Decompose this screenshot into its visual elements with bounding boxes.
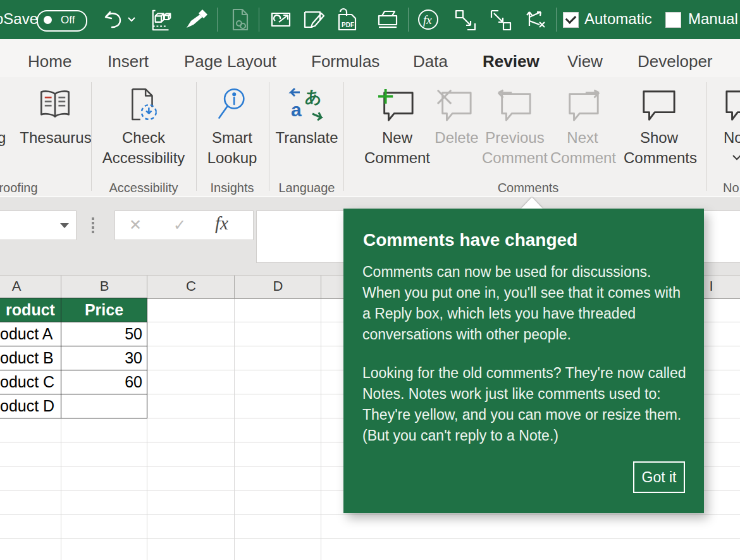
column-header-separator <box>234 276 235 298</box>
tab-formulas[interactable]: Formulas <box>311 52 379 71</box>
notes-icon[interactable] <box>724 88 740 125</box>
trace-dependents-icon[interactable] <box>489 8 513 32</box>
column-header-separator <box>61 276 61 298</box>
column-header-separator <box>147 276 147 298</box>
cell-b2[interactable]: 50 <box>61 322 147 346</box>
cell-a1[interactable]: roduct <box>0 298 61 322</box>
show-comments-button[interactable]: Show <box>634 129 684 147</box>
next-comment-icon <box>565 88 601 125</box>
3d-cubes-icon[interactable] <box>151 8 175 32</box>
new-comment-icon[interactable] <box>378 88 415 125</box>
cell-b3[interactable]: 30 <box>61 346 147 370</box>
column-header-b[interactable]: B <box>61 278 147 295</box>
notes-button[interactable]: No <box>724 129 740 147</box>
check-accessibility-icon[interactable] <box>127 87 159 124</box>
note-edit-icon[interactable] <box>302 8 326 31</box>
tab-home[interactable]: Home <box>28 52 71 71</box>
ribbon: g Thesaurus roofing Check Accessibility … <box>0 77 740 197</box>
column-header-c[interactable]: C <box>147 278 235 295</box>
cell-b4[interactable]: 60 <box>61 370 147 394</box>
thesaurus-button[interactable]: Thesaurus <box>11 129 100 147</box>
tab-review[interactable]: Review <box>483 52 540 71</box>
excel-window: oSave Off <box>0 0 740 560</box>
printer-icon[interactable] <box>376 8 400 32</box>
cell-a2[interactable]: oduct A <box>0 322 61 346</box>
cell-a4[interactable]: oduct C <box>0 370 61 394</box>
got-it-button[interactable]: Got it <box>633 461 685 493</box>
group-label-insights: Insights <box>197 181 267 195</box>
thesaurus-book-icon[interactable] <box>39 87 71 124</box>
tab-data[interactable]: Data <box>413 52 448 71</box>
tab-insert[interactable]: Insert <box>108 52 149 71</box>
translate-button[interactable]: Translate <box>268 129 345 147</box>
group-label-accessibility: Accessibility <box>93 181 194 195</box>
autosave-toggle[interactable]: Off <box>37 10 87 32</box>
group-separator <box>343 82 344 191</box>
cancel-icon[interactable]: ✕ <box>129 216 142 234</box>
group-separator <box>706 82 707 191</box>
formula-bar-drag-handle[interactable] <box>92 217 94 235</box>
tab-developer[interactable]: Developer <box>638 52 713 71</box>
format-painter-icon[interactable] <box>185 8 210 32</box>
cell-b5[interactable] <box>61 394 147 418</box>
autosave-state-label: Off <box>61 14 75 27</box>
ribbon-tab-row: Home Insert Page Layout Formulas Data Re… <box>0 39 740 77</box>
autosave-label: oSave <box>0 10 38 28</box>
name-box-dropdown-icon[interactable] <box>60 223 69 228</box>
calc-automatic-checkbox[interactable] <box>563 12 579 28</box>
show-comments-button-line2[interactable]: Comments <box>624 149 697 167</box>
callout-paragraph-1: Comments can now be used for discussions… <box>362 262 686 345</box>
next-comment-button: Next <box>560 129 605 147</box>
previous-comment-button: Previous <box>482 129 548 147</box>
data-table: roduct Price oduct A 50 oduct B 30 oduct… <box>0 298 147 418</box>
show-comments-icon[interactable] <box>640 88 677 125</box>
group-separator <box>196 82 197 191</box>
smart-lookup-button-line2[interactable]: Lookup <box>197 149 267 167</box>
column-header-d[interactable]: D <box>235 278 321 295</box>
group-separator <box>91 82 92 191</box>
insert-function-icon[interactable]: fx <box>417 8 440 31</box>
cell-a5[interactable]: oduct D <box>0 394 61 418</box>
check-accessibility-button[interactable]: Check <box>93 129 194 147</box>
delete-comment-button: Delete <box>430 129 483 147</box>
previous-comment-icon <box>496 88 533 125</box>
calc-automatic-label: Automatic <box>584 10 652 28</box>
email-link-icon[interactable] <box>270 8 293 31</box>
undo-dropdown-chevron-icon[interactable] <box>128 17 135 22</box>
toolbar-separator <box>556 8 557 32</box>
spelling-label-fragment[interactable]: g <box>0 129 6 147</box>
trace-precedents-icon[interactable] <box>453 8 478 32</box>
autosave-toggle-dot <box>44 16 52 24</box>
group-label-notes: No <box>723 181 740 195</box>
tab-page-layout[interactable]: Page Layout <box>184 52 276 71</box>
enter-icon[interactable]: ✓ <box>173 216 186 234</box>
name-box[interactable] <box>0 210 77 240</box>
calc-manual-checkbox[interactable] <box>665 12 681 28</box>
chevron-down-icon[interactable] <box>732 152 740 163</box>
callout-arrow <box>521 197 543 209</box>
column-header-a[interactable]: A <box>0 278 33 295</box>
group-label-proofing: roofing <box>0 181 42 195</box>
cell-a3[interactable]: oduct B <box>0 346 61 370</box>
column-header-separator <box>321 276 321 298</box>
smart-lookup-icon[interactable] <box>216 87 249 124</box>
column-gridline <box>321 298 321 560</box>
pdf-export-icon[interactable]: PDF <box>335 8 358 32</box>
new-comment-button[interactable]: New <box>372 129 422 147</box>
group-label-language: Language <box>268 181 345 195</box>
svg-text:PDF: PDF <box>342 21 354 28</box>
remove-arrows-icon[interactable] <box>524 8 548 32</box>
translate-icon[interactable]: あ a <box>290 87 324 124</box>
next-comment-button-line2: Comment <box>549 149 617 167</box>
formula-bar-buttons: ✕ ✓ fx <box>114 210 254 240</box>
smart-lookup-button[interactable]: Smart <box>197 129 267 147</box>
undo-icon[interactable] <box>102 10 124 30</box>
tab-view[interactable]: View <box>567 52 603 71</box>
toolbar-separator <box>259 8 259 32</box>
column-gridline <box>234 298 235 560</box>
insert-function-fx-icon[interactable]: fx <box>215 213 228 234</box>
check-accessibility-button-line2[interactable]: Accessibility <box>93 149 194 167</box>
previous-comment-button-line2: Comment <box>482 149 548 167</box>
new-comment-button-line2[interactable]: Comment <box>362 149 432 167</box>
cell-b1[interactable]: Price <box>61 298 147 322</box>
